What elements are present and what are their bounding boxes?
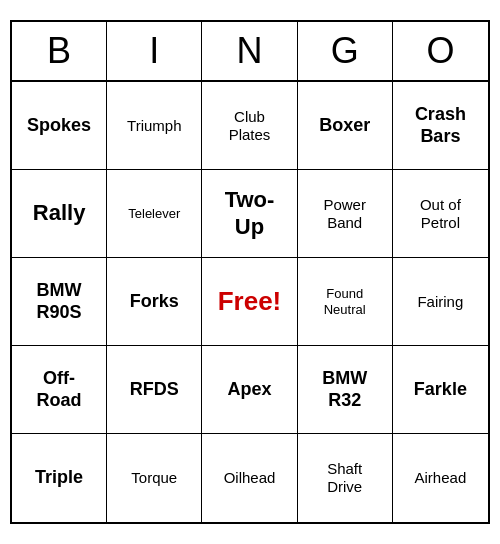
cell-text: Forks: [130, 291, 179, 313]
bingo-cell-0: Spokes: [12, 82, 107, 170]
bingo-cell-24: Airhead: [393, 434, 488, 522]
bingo-cell-16: RFDS: [107, 346, 202, 434]
bingo-cell-8: PowerBand: [298, 170, 393, 258]
cell-text: RFDS: [130, 379, 179, 401]
cell-text: Apex: [227, 379, 271, 401]
cell-text: Fairing: [417, 293, 463, 311]
bingo-cell-6: Telelever: [107, 170, 202, 258]
bingo-cell-13: FoundNeutral: [298, 258, 393, 346]
cell-text: Torque: [131, 469, 177, 487]
cell-text: Spokes: [27, 115, 91, 137]
cell-text: Free!: [218, 286, 282, 317]
bingo-cell-21: Torque: [107, 434, 202, 522]
bingo-cell-23: ShaftDrive: [298, 434, 393, 522]
bingo-header: BINGO: [12, 22, 488, 82]
bingo-cell-17: Apex: [202, 346, 297, 434]
bingo-cell-20: Triple: [12, 434, 107, 522]
cell-text: Boxer: [319, 115, 370, 137]
cell-text: Rally: [33, 200, 86, 226]
cell-text: Oilhead: [224, 469, 276, 487]
bingo-cell-12: Free!: [202, 258, 297, 346]
cell-text: Airhead: [415, 469, 467, 487]
bingo-cell-1: Triumph: [107, 82, 202, 170]
bingo-cell-3: Boxer: [298, 82, 393, 170]
bingo-cell-9: Out ofPetrol: [393, 170, 488, 258]
cell-text: Telelever: [128, 206, 180, 222]
bingo-cell-11: Forks: [107, 258, 202, 346]
bingo-cell-19: Farkle: [393, 346, 488, 434]
bingo-cell-7: Two-Up: [202, 170, 297, 258]
bingo-cell-15: Off-Road: [12, 346, 107, 434]
header-letter: B: [12, 22, 107, 80]
cell-text: Triple: [35, 467, 83, 489]
header-letter: O: [393, 22, 488, 80]
bingo-cell-14: Fairing: [393, 258, 488, 346]
header-letter: I: [107, 22, 202, 80]
bingo-grid: SpokesTriumphClubPlatesBoxerCrashBarsRal…: [12, 82, 488, 522]
bingo-cell-5: Rally: [12, 170, 107, 258]
cell-text: Triumph: [127, 117, 181, 135]
header-letter: G: [298, 22, 393, 80]
bingo-cell-10: BMWR90S: [12, 258, 107, 346]
cell-text: Farkle: [414, 379, 467, 401]
bingo-cell-22: Oilhead: [202, 434, 297, 522]
bingo-cell-18: BMWR32: [298, 346, 393, 434]
bingo-cell-2: ClubPlates: [202, 82, 297, 170]
bingo-cell-4: CrashBars: [393, 82, 488, 170]
bingo-card: BINGO SpokesTriumphClubPlatesBoxerCrashB…: [10, 20, 490, 524]
header-letter: N: [202, 22, 297, 80]
